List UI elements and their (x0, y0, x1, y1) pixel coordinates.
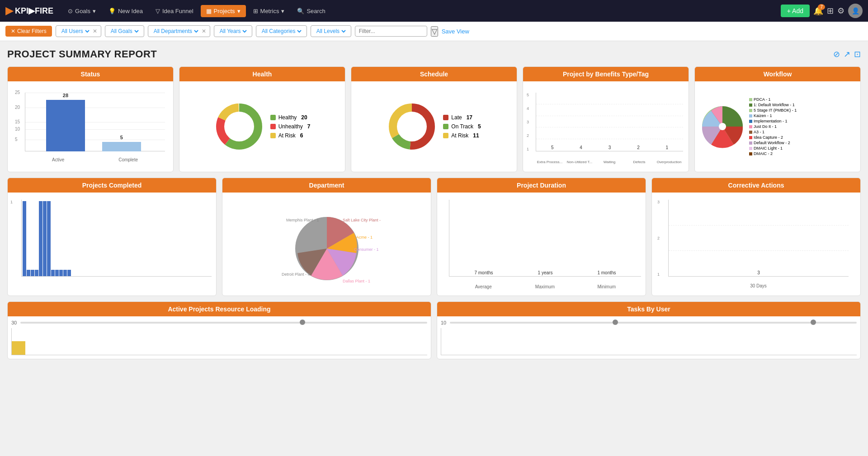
resource-bar-1 (12, 341, 25, 355)
completed-bar-11 (63, 270, 67, 276)
app-logo[interactable]: ▶ KPI▶FIRE (5, 5, 53, 17)
workflow-card: Workflow PDCA - 1 1: Defa (694, 66, 861, 172)
on-track-label: On Track (451, 123, 473, 130)
unhealthy-dot (270, 124, 276, 129)
benefit-x-2: Non-Utilized T... (566, 160, 594, 164)
benefit-bar-4-value: 2 (637, 145, 640, 150)
all-years-select[interactable]: All Years (218, 28, 248, 35)
status-card: Status 25 20 15 10 5 28 (7, 66, 174, 172)
dept-label-acme: Acme - 1 (356, 235, 373, 240)
benefit-y-2: 2 (527, 133, 529, 138)
department-pie-wrapper: Salt Lake City Plant - 1 Acme - 1 Consum… (273, 199, 381, 289)
all-categories-filter[interactable]: All Categories (256, 25, 307, 37)
nav-search[interactable]: 🔍 Search (292, 5, 330, 17)
all-years-filter[interactable]: All Years (214, 25, 252, 37)
corrective-y-labels: 3 2 1 (657, 200, 660, 277)
new-idea-icon: 💡 (108, 8, 116, 14)
all-goals-select[interactable]: All Goals (109, 28, 140, 35)
all-levels-filter[interactable]: All Levels (311, 25, 351, 37)
at-risk-value: 6 (300, 132, 303, 139)
project-duration-chart: 7 months 1 years 1 months (440, 195, 643, 290)
benefits-card: Project by Benefits Type/Tag 5 (523, 66, 689, 172)
all-goals-filter[interactable]: All Goals (105, 25, 144, 37)
completed-bar-4 (35, 270, 38, 276)
workflow-legend: PDCA - 1 1: Default Workflow - 1 5 Stage… (749, 97, 858, 156)
user-avatar[interactable]: 👤 (848, 4, 863, 18)
unhealthy-value: 7 (307, 123, 311, 130)
benefit-bar-col-4: 2 (625, 145, 651, 151)
search-icon: 🔍 (297, 8, 304, 14)
grid-button[interactable]: ⊞ (827, 6, 834, 16)
clear-filters-label: Clear Filters (17, 28, 47, 34)
workflow-legend-ideacap: Idea Capture - 2 (749, 135, 858, 140)
all-departments-clear-icon[interactable]: ✕ (202, 28, 206, 34)
nav-goals[interactable]: ⊙ Goals ▾ (62, 5, 101, 17)
project-duration-card: Project Duration 7 months 1 years (437, 178, 646, 296)
nav-new-idea-label: New Idea (118, 8, 143, 14)
completed-bar-7 (47, 201, 51, 276)
schedule-at-risk-dot (443, 133, 448, 138)
expand-title-icon[interactable]: ⊡ (854, 49, 861, 59)
all-levels-select[interactable]: All Levels (315, 28, 347, 35)
nav-right-actions: + Add 🔔 7 ⊞ ⚙ 👤 (781, 4, 863, 18)
resource-loading-card: Active Projects Resource Loading 30 (7, 301, 431, 359)
all-departments-filter[interactable]: All Departments ✕ (148, 25, 210, 37)
filter-apply-button[interactable]: ▽ (431, 26, 438, 37)
dashboard-row-2: Projects Completed (7, 178, 861, 296)
completed-bar-12 (67, 270, 71, 276)
benefit-bar-3-value: 3 (609, 145, 611, 150)
all-users-select[interactable]: All Users (60, 28, 91, 35)
health-card-header: Health (179, 67, 345, 81)
add-button[interactable]: + Add (781, 5, 810, 17)
nav-projects[interactable]: ▦ Projects ▾ (201, 5, 246, 17)
logo-icon: ▶ (5, 5, 13, 17)
duration-avg-label-top: 7 months (474, 270, 493, 275)
status-x-label-active: Active (52, 157, 64, 162)
tasks-slider-min: 10 (441, 320, 446, 325)
duration-bar-col-max: 1 years (518, 270, 572, 276)
notifications-button[interactable]: 🔔 7 (813, 6, 823, 16)
benefits-y-labels: 5 4 3 2 1 (527, 93, 529, 151)
on-track-value: 5 (478, 123, 481, 130)
schedule-legend-late: Late 17 (443, 114, 481, 121)
late-label: Late (451, 114, 462, 121)
schedule-legend-on-track: On Track 5 (443, 123, 481, 130)
nav-metrics[interactable]: ⊞ Metrics ▾ (248, 5, 290, 17)
benefit-x-4: Defects (625, 160, 653, 164)
nav-idea-funnel[interactable]: ▽ Idea Funnel (150, 5, 199, 17)
duration-min-label-top: 1 months (597, 270, 616, 275)
tasks-slider-handle-2[interactable] (811, 320, 816, 325)
duration-max-label-top: 1 years (538, 270, 553, 275)
tasks-slider-handle[interactable] (613, 320, 618, 325)
tasks-by-user-body: 10 (437, 316, 860, 359)
benefit-y-3: 3 (527, 120, 529, 124)
filter-title-icon[interactable]: ⊘ (833, 49, 840, 59)
share-title-icon[interactable]: ↗ (844, 49, 850, 59)
nav-new-idea[interactable]: 💡 New Idea (103, 5, 148, 17)
tasks-slider-track (450, 322, 857, 324)
all-users-filter[interactable]: All Users ✕ (56, 25, 101, 37)
status-active-bar: 28 (46, 100, 85, 151)
settings-button[interactable]: ⚙ (837, 6, 844, 16)
nav-search-label: Search (307, 8, 325, 14)
all-users-clear-icon[interactable]: ✕ (93, 28, 97, 34)
workflow-legend-dmaic: DMAIC - 2 (749, 151, 858, 156)
clear-filters-button[interactable]: ✕ Clear Filters (5, 26, 52, 37)
department-pie-container: Salt Lake City Plant - 1 Acme - 1 Consum… (225, 195, 428, 293)
goals-arrow: ▾ (93, 8, 96, 14)
save-view-link[interactable]: Save View (442, 28, 469, 35)
all-categories-select[interactable]: All Categories (260, 28, 303, 35)
svg-point-9 (719, 123, 726, 130)
status-x-label-complete: Complete (118, 157, 138, 162)
dept-label-dallas: Dallas Plant - 1 (343, 279, 370, 283)
benefit-y-1: 1 (527, 147, 529, 151)
status-complete-value: 5 (120, 135, 123, 140)
filter-input[interactable] (355, 26, 427, 37)
resource-loading-header: Active Projects Resource Loading (8, 302, 431, 316)
all-departments-select[interactable]: All Departments (152, 28, 200, 35)
resource-slider-handle[interactable] (300, 320, 305, 325)
benefit-bar-1-value: 5 (551, 145, 554, 150)
completed-bar-1 (23, 201, 26, 276)
completed-bar-9 (55, 270, 59, 276)
resource-chart-area (11, 328, 427, 355)
